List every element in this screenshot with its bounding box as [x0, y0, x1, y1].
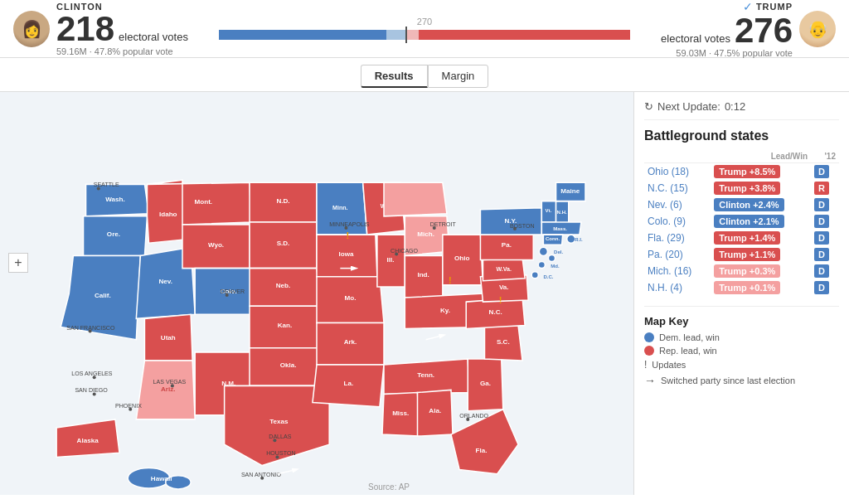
state-name-cell: N.C. (15) [644, 180, 711, 196]
state-sd[interactable] [250, 222, 317, 269]
state-wv[interactable] [483, 258, 525, 280]
trump-popular: 59.03M · 47.5% popular vote [661, 48, 793, 58]
battleground-row[interactable]: Mich. (16) Trump +0.3% D [644, 263, 839, 279]
party12-cell: D [811, 263, 839, 279]
battleground-table: Lead/Win '12 Ohio (18) Trump +8.5% D N.C… [644, 150, 839, 296]
state-wyoming[interactable] [182, 225, 250, 269]
state-nebraska[interactable] [250, 269, 321, 307]
battleground-row[interactable]: N.H. (4) Trump +0.1% D [644, 279, 839, 296]
state-name-cell: Colo. (9) [644, 213, 711, 230]
battleground-row[interactable]: Pa. (20) Trump +1.1% D [644, 246, 839, 263]
state-md[interactable] [538, 262, 545, 269]
tabs-container: Results Margin [0, 58, 849, 92]
key-updates: ! Updates [644, 359, 839, 371]
state-alabama[interactable] [418, 390, 454, 436]
state-iowa[interactable] [317, 235, 377, 277]
city-label-chicago: CHICAGO [391, 248, 419, 254]
dem-label: Dem. lead, win [659, 332, 720, 342]
state-indiana[interactable] [405, 255, 443, 298]
state-mississippi[interactable] [382, 392, 420, 436]
tab-margin[interactable]: Margin [428, 65, 489, 88]
battleground-title: Battleground states [644, 128, 839, 143]
next-update-label: Next Update: [657, 100, 720, 113]
city-label-sanantonio: SAN ANTONIO [241, 472, 282, 478]
trump-ev-number: 276 [735, 13, 793, 48]
state-label-del: Del. [554, 250, 563, 254]
key-switched: → Switched party since last election [644, 374, 839, 387]
state-label-md: Md. [551, 264, 560, 269]
state-name-cell: Ohio (18) [644, 163, 711, 181]
state-mass[interactable] [541, 222, 581, 235]
us-map-svg: Wash. Ore. Calif. Idaho Nev. Mont. Wyo [0, 92, 633, 495]
state-illinois[interactable] [377, 235, 405, 287]
state-hawaii-2[interactable] [166, 476, 191, 489]
state-arkansas[interactable] [317, 322, 384, 365]
state-arizona[interactable] [136, 361, 195, 419]
party12-cell: D [811, 213, 839, 230]
state-alaska[interactable] [56, 419, 119, 458]
col-12: '12 [811, 150, 839, 163]
clinton-ev-label: electoral votes [119, 31, 188, 43]
lead-cell: Trump +1.1% [711, 246, 811, 263]
state-oregon[interactable] [84, 216, 148, 256]
battleground-row[interactable]: Nev. (6) Clinton +2.4% D [644, 196, 839, 213]
city-label-phoenix: PHOENIX [115, 403, 142, 410]
lead-cell: Trump +0.1% [711, 279, 811, 296]
city-label-detroit: DETROIT [430, 221, 457, 228]
state-new-york[interactable] [480, 208, 541, 235]
source-label: Source: AP [368, 482, 410, 492]
state-tennessee[interactable] [384, 359, 469, 395]
state-georgia[interactable] [468, 359, 503, 411]
state-maine[interactable] [556, 182, 585, 201]
battleground-row[interactable]: Ohio (18) Trump +8.5% D [644, 163, 839, 181]
party12-cell: D [811, 230, 839, 246]
zoom-control: + [8, 253, 28, 273]
state-ct[interactable] [543, 235, 562, 245]
arrow-icon: → [644, 374, 656, 387]
state-washington[interactable] [86, 184, 149, 216]
next-update-container: ↻ Next Update: 0:12 [644, 100, 839, 120]
state-kansas[interactable] [250, 306, 321, 348]
city-label-orlando: ORLANDO [459, 413, 488, 419]
next-update-time: 0:12 [725, 100, 745, 113]
map-key: Map Key Dem. lead, win Rep. lead, win ! … [644, 306, 839, 387]
state-nj[interactable] [539, 247, 547, 255]
state-utah[interactable] [144, 314, 192, 361]
updates-icon: ! [644, 359, 647, 371]
state-label-dc: D.C. [543, 274, 553, 279]
tab-results[interactable]: Results [361, 65, 428, 88]
clinton-section: 👩 CLINTON 218 electoral votes 59.16M · 4… [13, 2, 219, 56]
state-ri[interactable] [567, 235, 575, 243]
state-nh[interactable] [556, 201, 569, 225]
city-label-la: LOS ANGELES [71, 371, 112, 377]
state-nc[interactable] [466, 298, 525, 328]
dem-dot [644, 332, 654, 342]
state-vermont[interactable] [541, 201, 555, 222]
state-louisiana[interactable] [313, 365, 384, 407]
state-nd[interactable] [250, 182, 317, 222]
zoom-in-button[interactable]: + [8, 253, 28, 273]
state-michigan-upper[interactable] [384, 182, 447, 216]
state-missouri[interactable] [317, 277, 384, 323]
party12-cell: D [811, 196, 839, 213]
threshold-label: 270 [417, 17, 432, 27]
map-area[interactable]: + Wash. Ore. Calif. Idaho [0, 92, 633, 495]
state-sc[interactable] [485, 325, 523, 361]
battleground-row[interactable]: Fla. (29) Trump +1.4% D [644, 230, 839, 246]
state-del[interactable] [548, 254, 555, 261]
state-dc[interactable] [531, 272, 538, 279]
battleground-row[interactable]: N.C. (15) Trump +3.8% R [644, 180, 839, 196]
battleground-row[interactable]: Colo. (9) Clinton +2.1% D [644, 213, 839, 230]
rep-label: Rep. lead, win [659, 346, 717, 356]
exclaim-ind: ! [449, 275, 452, 285]
main-content: + Wash. Ore. Calif. Idaho [0, 92, 849, 495]
state-hawaii-1[interactable] [128, 468, 170, 488]
trump-light-bar [407, 30, 419, 40]
map-key-title: Map Key [644, 315, 839, 327]
city-label-denver: DENVER [221, 288, 245, 295]
switched-label: Switched party since last election [661, 376, 795, 385]
trump-info: ✓ TRUMP electoral votes 276 59.03M · 47.… [661, 0, 793, 58]
state-pennsylvania[interactable] [480, 233, 533, 259]
party12-cell: R [811, 180, 839, 196]
exclaim-mn: ! [346, 230, 349, 240]
